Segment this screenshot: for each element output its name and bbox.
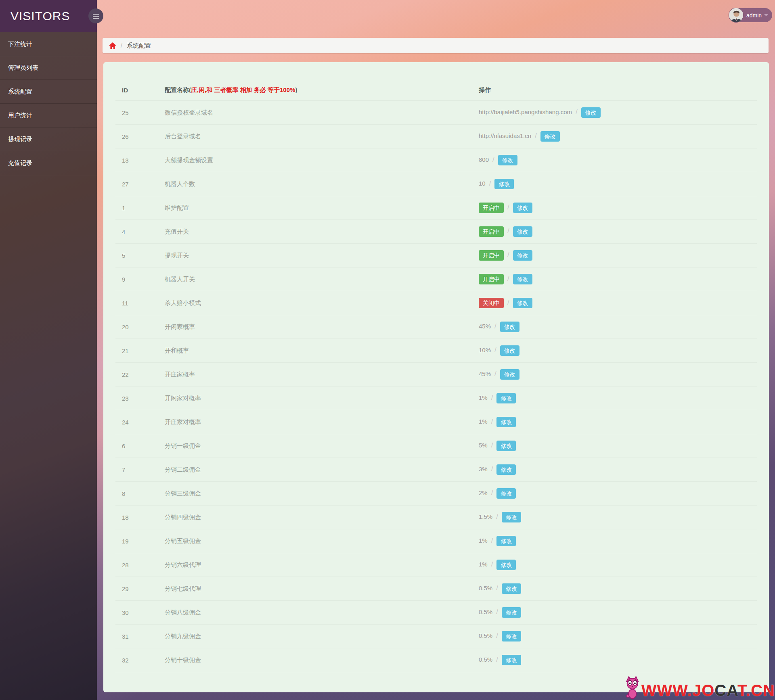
action-separator: /	[576, 108, 578, 116]
edit-button[interactable]: 修改	[496, 488, 516, 499]
edit-button[interactable]: 修改	[500, 369, 519, 380]
edit-button[interactable]: 修改	[513, 298, 532, 309]
row-config-name: 开闲家对概率	[165, 387, 479, 410]
table-row: 28分销六级代理1%/修改	[115, 553, 757, 577]
home-icon[interactable]	[109, 42, 116, 49]
row-id: 21	[115, 339, 165, 363]
row-action-cell: 1%/修改	[479, 387, 757, 410]
sidebar-item-6[interactable]: 充值记录	[0, 151, 97, 175]
action-separator: /	[507, 299, 509, 306]
row-config-name: 分销五级佣金	[165, 529, 479, 553]
row-id: 31	[115, 625, 165, 648]
edit-button[interactable]: 修改	[502, 512, 521, 523]
sidebar-item-1[interactable]: 下注统计	[0, 32, 97, 56]
edit-button[interactable]: 修改	[513, 226, 532, 237]
config-table: ID 配置名称(庄,闲,和 三者概率 相加 务必 等于100%) 操作 25微信…	[115, 62, 757, 672]
sidebar-toggle-button[interactable]	[88, 8, 103, 23]
sidebar-item-2[interactable]: 管理员列表	[0, 56, 97, 80]
status-on-button[interactable]: 开启中	[479, 274, 504, 285]
breadcrumb: / 系统配置	[103, 38, 769, 53]
column-header-name: 配置名称(庄,闲,和 三者概率 相加 务必 等于100%)	[165, 62, 479, 101]
edit-button[interactable]: 修改	[502, 583, 521, 594]
row-id: 30	[115, 601, 165, 625]
row-config-name: 机器人个数	[165, 172, 479, 196]
row-id: 1	[115, 196, 165, 220]
status-on-button[interactable]: 开启中	[479, 250, 504, 261]
status-off-button[interactable]: 关闭中	[479, 298, 504, 309]
watermark-segment: T.CN	[737, 681, 775, 699]
row-id: 13	[115, 148, 165, 172]
action-separator: /	[507, 251, 509, 259]
row-config-name: 分销七级代理	[165, 577, 479, 601]
row-action-cell: 45%/修改	[479, 363, 757, 387]
table-row: 31分销九级佣金0.5%/修改	[115, 625, 757, 648]
action-separator: /	[496, 608, 498, 616]
row-config-name: 微信授权登录域名	[165, 101, 479, 125]
action-separator: /	[496, 513, 498, 520]
column-header-id: ID	[115, 62, 165, 101]
row-value: 45%	[479, 370, 491, 377]
sidebar-item-4[interactable]: 用户统计	[0, 104, 97, 127]
row-config-name: 分销三级佣金	[165, 482, 479, 506]
row-id: 23	[115, 387, 165, 410]
row-id: 25	[115, 101, 165, 125]
edit-button[interactable]: 修改	[496, 464, 516, 475]
edit-button[interactable]: 修改	[513, 274, 532, 285]
chevron-down-icon	[764, 14, 768, 16]
row-id: 29	[115, 577, 165, 601]
table-row: 4充值开关开启中/修改	[115, 220, 757, 244]
edit-button[interactable]: 修改	[500, 345, 519, 356]
edit-button[interactable]: 修改	[496, 536, 516, 547]
action-separator: /	[491, 465, 493, 473]
edit-button[interactable]: 修改	[513, 203, 532, 213]
row-id: 9	[115, 267, 165, 291]
edit-button[interactable]: 修改	[496, 417, 516, 428]
action-separator: /	[507, 275, 509, 282]
edit-button[interactable]: 修改	[502, 607, 521, 618]
row-id: 27	[115, 172, 165, 196]
row-action-cell: 关闭中/修改	[479, 291, 757, 315]
status-on-button[interactable]: 开启中	[479, 203, 504, 213]
edit-button[interactable]: 修改	[502, 655, 521, 666]
row-action-cell: 0.5%/修改	[479, 601, 757, 625]
edit-button[interactable]: 修改	[540, 131, 560, 142]
edit-button[interactable]: 修改	[496, 441, 516, 451]
edit-button[interactable]: 修改	[500, 322, 519, 332]
row-value: 800	[479, 156, 489, 163]
sidebar: VISITORS 下注统计管理员列表系统配置用户统计提现记录充值记录	[0, 0, 97, 700]
row-action-cell: 10%/修改	[479, 339, 757, 363]
status-on-button[interactable]: 开启中	[479, 226, 504, 237]
edit-button[interactable]: 修改	[581, 107, 601, 118]
table-row: 8分销三级佣金2%/修改	[115, 482, 757, 506]
row-id: 4	[115, 220, 165, 244]
edit-button[interactable]: 修改	[513, 250, 532, 261]
row-value: http://nfasuidas1.cn	[479, 132, 531, 139]
edit-button[interactable]: 修改	[494, 179, 514, 190]
edit-button[interactable]: 修改	[496, 393, 516, 404]
row-value: 0.5%	[479, 632, 492, 639]
row-id: 20	[115, 315, 165, 339]
row-action-cell: http://nfasuidas1.cn/修改	[479, 125, 757, 148]
edit-button[interactable]: 修改	[502, 631, 521, 642]
row-id: 19	[115, 529, 165, 553]
row-config-name: 充值开关	[165, 220, 479, 244]
row-action-cell: 2%/修改	[479, 482, 757, 506]
action-separator: /	[491, 489, 493, 497]
edit-button[interactable]: 修改	[496, 560, 516, 570]
edit-button[interactable]: 修改	[498, 155, 517, 166]
header-name-prefix: 配置名称(	[165, 86, 191, 93]
sidebar-item-3[interactable]: 系统配置	[0, 80, 97, 104]
config-table-body: 25微信授权登录域名http://baijialeh5.pangshishang…	[115, 101, 757, 672]
sidebar-item-5[interactable]: 提现记录	[0, 127, 97, 151]
user-menu[interactable]: admin	[729, 8, 772, 22]
table-row: 6分销一级佣金5%/修改	[115, 434, 757, 458]
table-row: 18分销四级佣金1.5%/修改	[115, 506, 757, 529]
row-value: 1%	[479, 394, 488, 401]
row-id: 28	[115, 553, 165, 577]
watermark-segment: WWW.JO	[641, 681, 715, 699]
table-row: 22开庄家概率45%/修改	[115, 363, 757, 387]
row-config-name: 分销二级佣金	[165, 458, 479, 482]
user-name: admin	[746, 12, 762, 19]
sidebar-item-label: 系统配置	[8, 88, 32, 96]
row-value: 0.5%	[479, 585, 492, 591]
